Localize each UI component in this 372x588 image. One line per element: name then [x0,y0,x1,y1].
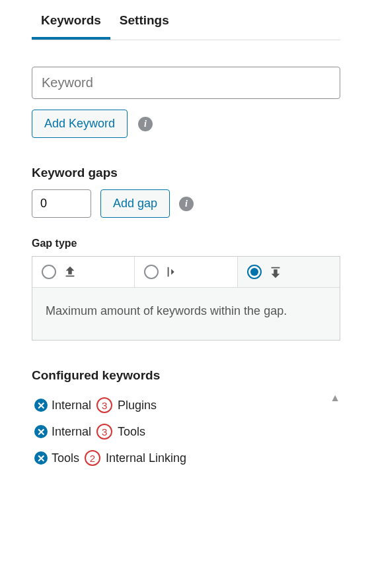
remove-icon[interactable]: ✕ [34,399,48,412]
gap-badge: 2 [85,450,100,466]
exit-icon [165,265,180,279]
gap-badge: 3 [96,424,112,440]
keyword-input[interactable] [32,67,340,99]
add-keyword-button[interactable]: Add Keyword [32,110,128,138]
keyword-after: Plugins [118,399,157,412]
list-item: ✕ Tools 2 Internal Linking [32,445,340,471]
tab-keywords[interactable]: Keywords [32,0,110,40]
radio-icon [42,265,56,279]
configured-keywords-heading: Configured keywords [32,368,340,383]
keyword-before: Tools [52,451,79,465]
keyword-after: Tools [118,425,145,439]
radio-icon [247,265,262,279]
gap-value-input[interactable] [32,189,91,218]
list-item: ✕ Internal 3 Tools [32,418,340,445]
radio-icon [144,265,159,279]
tab-settings[interactable]: Settings [110,0,178,40]
info-icon[interactable]: i [179,197,194,211]
tabs: Keywords Settings [32,0,340,40]
download-icon [268,265,283,279]
configured-keywords-list: ▲ ✕ Internal 3 Plugins ✕ Internal 3 Tool… [32,392,340,471]
keyword-before: Internal [52,425,91,439]
keyword-after: Internal Linking [106,451,186,465]
gap-type-option-exit[interactable] [135,257,237,287]
list-item: ✕ Internal 3 Plugins [32,392,340,418]
info-icon[interactable]: i [138,117,153,131]
gap-type-option-outgoing[interactable] [32,257,135,287]
gap-type-description: Maximum amount of keywords within the ga… [32,287,340,340]
upload-icon [63,265,77,279]
gap-type-group: Maximum amount of keywords within the ga… [32,256,340,341]
gap-type-heading: Gap type [32,238,340,249]
gap-badge: 3 [96,397,112,413]
remove-icon[interactable]: ✕ [34,425,48,438]
gap-type-option-incoming[interactable] [238,257,340,287]
add-gap-button[interactable]: Add gap [100,189,170,218]
keyword-gaps-heading: Keyword gaps [32,166,340,180]
remove-icon[interactable]: ✕ [34,451,48,465]
keyword-before: Internal [52,399,91,412]
scroll-up-icon[interactable]: ▲ [330,392,340,404]
